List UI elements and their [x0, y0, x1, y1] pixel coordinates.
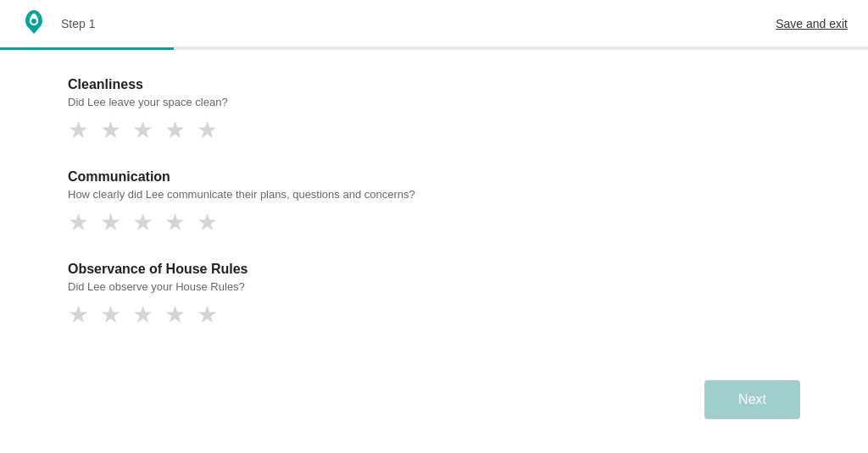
communication-star-1[interactable]: ★ [68, 211, 95, 238]
house-rules-subtitle: Did Lee observe your House Rules? [68, 280, 526, 293]
house-rules-section: Observance of House Rules Did Lee observ… [68, 262, 526, 330]
communication-section: Communication How clearly did Lee commun… [68, 169, 526, 238]
save-exit-button[interactable]: Save and exit [776, 17, 848, 30]
next-button[interactable]: Next [704, 380, 800, 419]
house-rules-star-2[interactable]: ★ [100, 303, 127, 330]
airbnb-logo [20, 8, 47, 39]
footer-area: Next [704, 380, 800, 419]
cleanliness-star-4[interactable]: ★ [164, 119, 192, 146]
step-label: Step 1 [61, 17, 95, 30]
communication-star-2[interactable]: ★ [100, 211, 127, 238]
communication-title: Communication [68, 169, 526, 185]
communication-star-5[interactable]: ★ [197, 211, 224, 238]
communication-star-3[interactable]: ★ [132, 211, 159, 238]
main-content: Cleanliness Did Lee leave your space cle… [0, 50, 593, 381]
cleanliness-star-2[interactable]: ★ [100, 119, 127, 146]
cleanliness-section: Cleanliness Did Lee leave your space cle… [68, 77, 526, 146]
house-rules-star-4[interactable]: ★ [164, 303, 192, 330]
cleanliness-stars: ★ ★ ★ ★ ★ [68, 119, 526, 146]
house-rules-star-3[interactable]: ★ [132, 303, 159, 330]
house-rules-stars: ★ ★ ★ ★ ★ [68, 303, 526, 330]
house-rules-title: Observance of House Rules [68, 262, 526, 277]
cleanliness-subtitle: Did Lee leave your space clean? [68, 96, 526, 108]
cleanliness-star-3[interactable]: ★ [132, 119, 159, 146]
cleanliness-star-5[interactable]: ★ [197, 119, 224, 146]
communication-star-4[interactable]: ★ [164, 211, 192, 238]
communication-stars: ★ ★ ★ ★ ★ [68, 211, 526, 238]
communication-subtitle: How clearly did Lee communicate their pl… [68, 188, 526, 201]
header-left: Step 1 [20, 8, 95, 39]
house-rules-star-1[interactable]: ★ [68, 303, 95, 330]
cleanliness-star-1[interactable]: ★ [68, 119, 95, 146]
house-rules-star-5[interactable]: ★ [197, 303, 224, 330]
header: Step 1 Save and exit [0, 0, 868, 47]
svg-point-0 [31, 19, 36, 24]
cleanliness-title: Cleanliness [68, 77, 526, 92]
